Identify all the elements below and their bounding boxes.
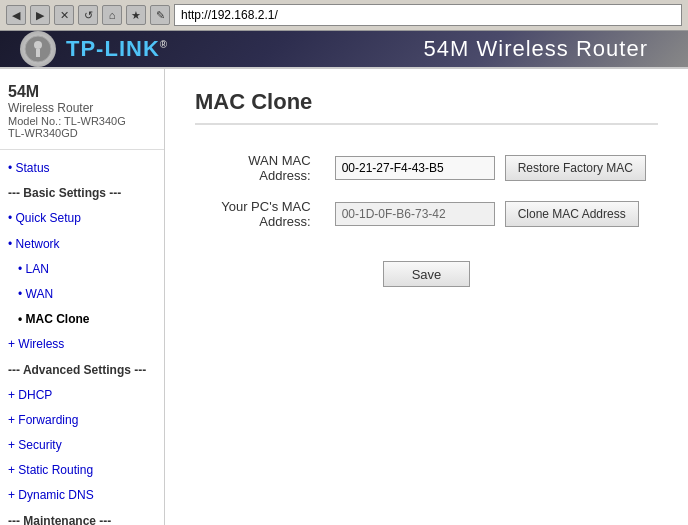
logo-area: TP-LINK® [20,31,168,67]
page-title: MAC Clone [195,89,658,125]
sidebar-item-wan[interactable]: • WAN [0,282,164,307]
wan-mac-input[interactable] [335,156,495,180]
back-button[interactable]: ◀ [6,5,26,25]
sidebar-item-macclone[interactable]: • MAC Clone [0,307,164,332]
sidebar-item-quicksetup[interactable]: • Quick Setup [0,206,164,231]
model-subtitle: Wireless Router [8,101,156,115]
sidebar-item-lan[interactable]: • LAN [0,257,164,282]
app-container: ◀ ▶ ✕ ↺ ⌂ ★ ✎ TP-LINK® 54M Wireless Rout… [0,0,688,525]
wan-mac-value-cell: Restore Factory MAC [335,155,646,181]
model-number: Model No.: TL-WR340G [8,115,156,127]
reload-button[interactable]: ↺ [78,5,98,25]
sidebar-section-advanced: --- Advanced Settings --- [0,358,164,383]
sidebar-section-basic: --- Basic Settings --- [0,181,164,206]
model-number2: TL-WR340GD [8,127,156,139]
content-area: 54M Wireless Router Model No.: TL-WR340G… [0,69,688,525]
sidebar-section-maintenance: --- Maintenance --- [0,509,164,525]
pc-mac-label: Your PC's MAC Address: [195,191,323,237]
page-header: TP-LINK® 54M Wireless Router [0,31,688,69]
save-button[interactable]: Save [383,261,471,287]
sidebar-item-forwarding[interactable]: + Forwarding [0,408,164,433]
sidebar-item-security[interactable]: + Security [0,433,164,458]
svg-point-1 [34,41,42,49]
router-title: 54M Wireless Router [424,36,648,62]
sidebar-item-network[interactable]: • Network [0,232,164,257]
forward-button[interactable]: ▶ [30,5,50,25]
wan-mac-label: WAN MAC Address: [195,145,323,191]
edit-button[interactable]: ✎ [150,5,170,25]
sidebar: 54M Wireless Router Model No.: TL-WR340G… [0,69,165,525]
home-button[interactable]: ⌂ [102,5,122,25]
model-name: 54M [8,83,156,101]
sidebar-item-staticrouting[interactable]: + Static Routing [0,458,164,483]
wan-mac-row: WAN MAC Address: Restore Factory MAC [195,145,658,191]
pc-mac-input [335,202,495,226]
sidebar-item-status[interactable]: • Status [0,156,164,181]
save-row: Save [195,261,658,287]
bookmark-button[interactable]: ★ [126,5,146,25]
clone-mac-address-button[interactable]: Clone MAC Address [505,201,639,227]
main-content: MAC Clone WAN MAC Address: Restore Facto… [165,69,688,525]
svg-rect-2 [36,49,40,57]
sidebar-model-info: 54M Wireless Router Model No.: TL-WR340G… [0,77,164,150]
pc-mac-row: Your PC's MAC Address: Clone MAC Address [195,191,658,237]
pc-mac-value-cell: Clone MAC Address [335,201,646,227]
address-bar[interactable] [174,4,682,26]
mac-form-table: WAN MAC Address: Restore Factory MAC You… [195,145,658,237]
sidebar-item-wireless[interactable]: + Wireless [0,332,164,357]
logo-icon [20,31,56,67]
sidebar-item-dynamicdns[interactable]: + Dynamic DNS [0,483,164,508]
browser-chrome: ◀ ▶ ✕ ↺ ⌂ ★ ✎ [0,0,688,31]
logo-text: TP-LINK® [66,36,168,62]
sidebar-item-dhcp[interactable]: + DHCP [0,383,164,408]
restore-factory-mac-button[interactable]: Restore Factory MAC [505,155,646,181]
stop-button[interactable]: ✕ [54,5,74,25]
